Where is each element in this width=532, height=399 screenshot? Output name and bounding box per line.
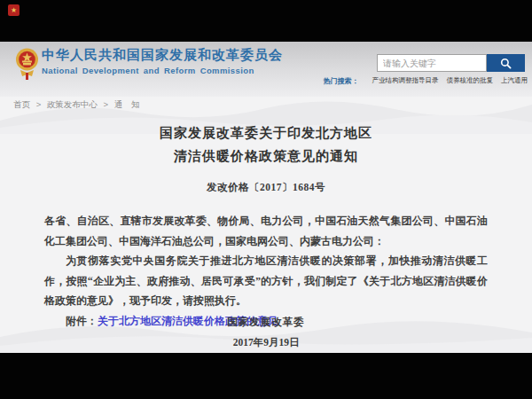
bottom-letterbox-bar	[0, 353, 532, 399]
document-number: 发改价格〔2017〕1684号	[0, 181, 532, 194]
page: ★ 中华人民共和国国家发展和改革委员会 National Development…	[0, 0, 532, 399]
document-area: 国家发展改革委关于印发北方地区 清洁供暖价格政策意见的通知 发改价格〔2017〕…	[0, 0, 532, 399]
recipients-paragraph: 各省、自治区、直辖市发展改革委、物价局、电力公司，中国石油天然气集团公司、中国石…	[44, 211, 488, 251]
document-title-line1: 国家发展改革委关于印发北方地区	[0, 125, 532, 142]
main-paragraph: 为贯彻落实党中央国务院关于推进北方地区清洁供暖的决策部署，加快推动清洁供暖工作，…	[44, 251, 488, 311]
document-body: 各省、自治区、直辖市发展改革委、物价局、电力公司，中国石油天然气集团公司、中国石…	[44, 211, 488, 331]
document-title-line2: 清洁供暖价格政策意见的通知	[0, 148, 532, 165]
issue-date: 2017年9月19日	[0, 336, 532, 349]
issuing-agency: 国家发展改革委	[0, 316, 532, 329]
